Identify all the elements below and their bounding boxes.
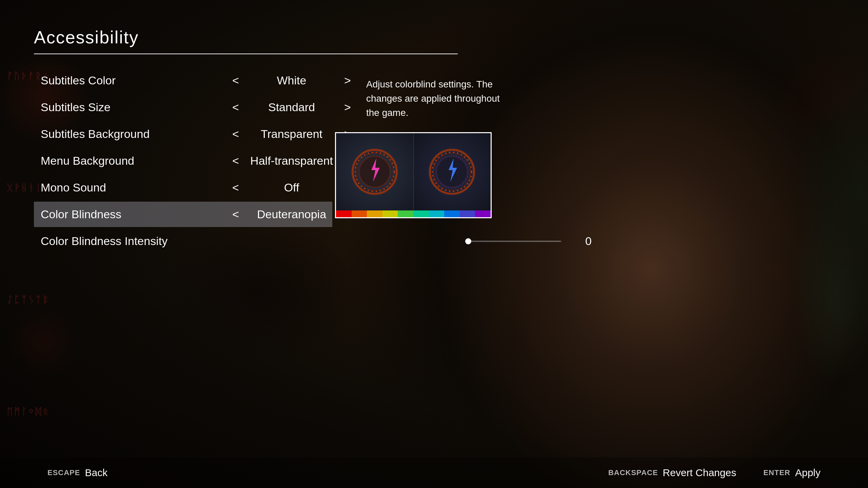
color-segment	[460, 210, 475, 217]
color-segment	[475, 210, 491, 217]
mono-sound-value: Off	[248, 181, 336, 194]
setting-subtitles-size: Subtitles Size < Standard >	[34, 95, 332, 120]
slider-row-intensity: Color Blindness Intensity 0	[34, 228, 834, 254]
apply-action: ENTER Apply	[763, 467, 821, 479]
color-segment	[398, 210, 413, 217]
preview-panel	[335, 132, 492, 218]
backspace-key-label: BACKSPACE	[608, 468, 658, 477]
revert-action: BACKSPACE Revert Changes	[608, 467, 736, 479]
subtitles-size-left[interactable]: <	[231, 101, 241, 114]
subtitles-background-value: Transparent	[248, 127, 336, 141]
apply-label[interactable]: Apply	[795, 467, 821, 479]
preview-original	[336, 133, 414, 210]
mono-sound-control: < Off >	[231, 181, 353, 194]
escape-key-label: ESCAPE	[47, 468, 80, 477]
intensity-label: Color Blindness Intensity	[41, 235, 231, 248]
menu-background-control: < Half-transparent >	[231, 154, 353, 167]
content-area: Accessibility Subtitles Color < White > …	[34, 27, 834, 461]
preview-images	[336, 133, 491, 210]
subtitles-color-value: White	[248, 74, 336, 87]
mono-sound-label: Mono Sound	[41, 181, 231, 194]
subtitles-background-control: < Transparent >	[231, 127, 353, 141]
color-blindness-left[interactable]: <	[231, 208, 241, 221]
subtitles-color-control: < White >	[231, 74, 353, 87]
description-text: Adjust colorblind settings. The changes …	[366, 77, 509, 120]
svg-point-9	[437, 157, 467, 187]
menu-background-left[interactable]: <	[231, 154, 241, 167]
color-segment	[382, 210, 398, 217]
color-blindness-value: Deuteranopia	[248, 208, 336, 221]
subtitles-color-label: Subtitles Color	[41, 74, 231, 87]
subtitles-size-label: Subtitles Size	[41, 101, 231, 114]
subtitles-background-label: Subtitles Background	[41, 127, 231, 141]
enter-key-label: ENTER	[763, 468, 790, 477]
title-divider	[34, 54, 458, 54]
medallion-deuteranopia	[428, 148, 476, 196]
subtitles-size-right[interactable]: >	[342, 101, 353, 114]
intensity-slider-value: 0	[571, 235, 592, 248]
color-segment	[444, 210, 460, 217]
color-blindness-label: Color Blindness	[41, 208, 231, 221]
color-segment	[367, 210, 382, 217]
back-label[interactable]: Back	[85, 467, 107, 479]
setting-menu-background: Menu Background < Half-transparent >	[34, 148, 332, 174]
bottom-bar: ESCAPE Back BACKSPACE Revert Changes ENT…	[0, 458, 868, 488]
bottom-right-actions: BACKSPACE Revert Changes ENTER Apply	[608, 467, 821, 479]
color-spectrum-bar	[336, 210, 491, 217]
mono-sound-left[interactable]: <	[231, 181, 241, 194]
subtitles-color-right[interactable]: >	[342, 74, 353, 87]
description-panel: Adjust colorblind settings. The changes …	[366, 77, 509, 120]
revert-label[interactable]: Revert Changes	[663, 467, 736, 479]
subtitles-background-left[interactable]: <	[231, 127, 241, 141]
color-segment	[429, 210, 445, 217]
subtitles-size-control: < Standard >	[231, 101, 353, 114]
color-segment	[352, 210, 367, 217]
svg-point-3	[359, 157, 390, 187]
menu-background-value: Half-transparent	[248, 154, 336, 167]
subtitles-size-value: Standard	[248, 101, 336, 114]
setting-color-blindness: Color Blindness < Deuteranopia >	[34, 202, 332, 227]
escape-action: ESCAPE Back	[47, 467, 107, 479]
color-blindness-control: < Deuteranopia >	[231, 208, 353, 221]
page-title: Accessibility	[34, 27, 834, 47]
setting-mono-sound: Mono Sound < Off >	[34, 175, 332, 200]
setting-subtitles-color: Subtitles Color < White >	[34, 68, 332, 93]
setting-subtitles-background: Subtitles Background < Transparent >	[34, 121, 332, 147]
preview-deuteranopia	[414, 133, 491, 210]
settings-list: Subtitles Color < White > Subtitles Size…	[34, 68, 332, 227]
color-segment	[413, 210, 429, 217]
medallion-original	[351, 148, 398, 196]
intensity-slider-container: 0	[231, 235, 827, 248]
intensity-slider-thumb[interactable]	[465, 238, 471, 244]
menu-background-label: Menu Background	[41, 154, 231, 167]
color-segment	[336, 210, 352, 217]
subtitles-color-left[interactable]: <	[231, 74, 241, 87]
intensity-slider-track[interactable]	[466, 241, 561, 242]
